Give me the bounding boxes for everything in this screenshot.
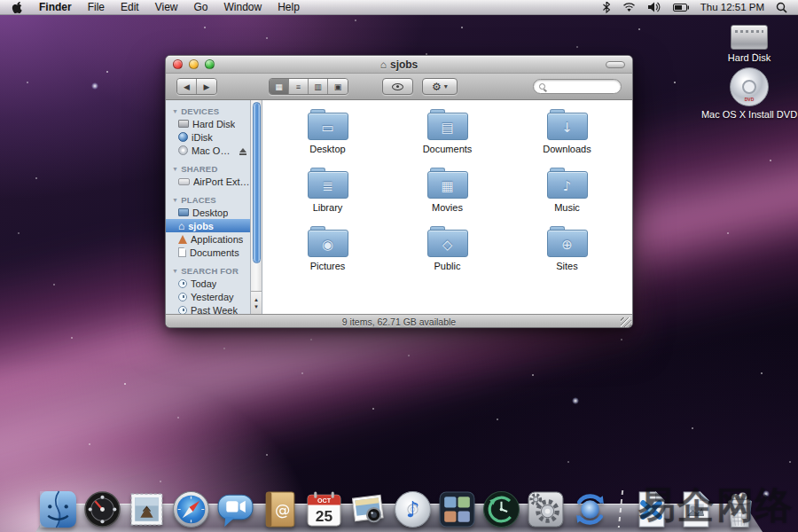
folder-sites[interactable]: ⊕ Sites: [507, 226, 627, 285]
coverflow-view-button[interactable]: ▣: [328, 79, 348, 94]
menu-item-window[interactable]: Window: [216, 0, 270, 14]
sidebar-item-today[interactable]: Today: [166, 277, 250, 290]
zoom-button[interactable]: [205, 59, 215, 69]
folder-music[interactable]: ♪ Music: [507, 168, 627, 226]
desktop-icon-install-dvd[interactable]: DVD Mac OS X Install DVD: [700, 67, 798, 120]
desktop-emblem-icon: ▭: [308, 115, 348, 140]
dock-dashboard[interactable]: [82, 489, 122, 529]
forward-button[interactable]: ▶: [197, 79, 216, 94]
documents-emblem-icon: ▤: [427, 115, 468, 140]
dashboard-icon: [82, 489, 122, 529]
folder-icon: ↓: [547, 109, 588, 140]
toolbar-toggle-button[interactable]: [606, 61, 625, 68]
menu-clock[interactable]: Thu 12:51 PM: [700, 2, 764, 12]
trash-full-icon: [720, 489, 760, 529]
action-menu-button[interactable]: ⚙ ▾: [422, 78, 458, 95]
document-icon: [178, 247, 186, 257]
folder-pictures[interactable]: ◉ Pictures: [268, 226, 387, 285]
list-view-button[interactable]: ≡: [289, 79, 309, 94]
resize-grip[interactable]: [621, 317, 631, 328]
dock-ichat[interactable]: [215, 489, 255, 529]
sidebar-item-airport-extreme[interactable]: AirPort Extreme: [166, 175, 250, 188]
sidebar-item-yesterday[interactable]: Yesterday: [166, 290, 250, 303]
dock-time-machine[interactable]: [481, 489, 521, 529]
dock-ical[interactable]: OCT 25: [304, 489, 344, 529]
folder-library[interactable]: ≣ Library: [268, 168, 387, 226]
battery-icon[interactable]: [673, 4, 689, 12]
apple-menu[interactable]: [11, 1, 22, 14]
wifi-icon[interactable]: [622, 3, 636, 12]
nav-buttons: ◀ ▶: [176, 78, 217, 95]
disclosure-triangle-icon[interactable]: ▼: [172, 108, 178, 114]
folder-downloads[interactable]: ↓ Downloads: [507, 109, 627, 168]
disclosure-triangle-icon[interactable]: ▼: [172, 197, 178, 203]
minimize-button[interactable]: [189, 59, 199, 69]
sidebar-section-places[interactable]: ▼ PLACES: [166, 194, 250, 206]
window-titlebar[interactable]: ⌂sjobs: [166, 56, 632, 74]
disclosure-triangle-icon[interactable]: ▼: [172, 268, 178, 274]
dock-mail[interactable]: [127, 489, 167, 529]
dock-stack-documents[interactable]: [631, 489, 671, 529]
desktop-icon-label: Hard Disk: [700, 52, 798, 63]
dock-itunes[interactable]: ♪: [393, 489, 433, 529]
scroll-up-arrow[interactable]: ▲: [254, 297, 259, 302]
folder-icon: ◉: [308, 226, 348, 257]
dock-finder[interactable]: [38, 489, 78, 529]
sidebar-item-applications[interactable]: Applications: [166, 232, 250, 246]
sidebar-item-documents[interactable]: Documents: [166, 246, 250, 259]
menu-item-help[interactable]: Help: [270, 0, 308, 14]
eject-icon[interactable]: [239, 148, 246, 153]
quick-look-button[interactable]: [382, 78, 413, 95]
sidebar-scrollbar[interactable]: ▲ ▼: [251, 100, 262, 314]
spaces-icon: [437, 489, 477, 529]
icon-view-button[interactable]: ▦: [270, 79, 289, 94]
sidebar-item-desktop[interactable]: Desktop: [166, 206, 250, 219]
dock-system-preferences[interactable]: [526, 489, 566, 529]
scroll-down-arrow[interactable]: ▼: [254, 304, 259, 309]
disclosure-triangle-icon[interactable]: ▼: [172, 166, 178, 172]
desktop-icon-hard-disk[interactable]: Hard Disk: [700, 25, 798, 63]
dock-address-book[interactable]: @: [260, 489, 300, 529]
menu-item-finder[interactable]: Finder: [31, 0, 80, 14]
dock-iphoto[interactable]: [348, 489, 388, 529]
close-button[interactable]: [173, 59, 183, 69]
bluetooth-icon[interactable]: [603, 2, 610, 13]
menu-item-view[interactable]: View: [147, 0, 186, 14]
folder-public[interactable]: ◇ Public: [387, 226, 507, 285]
column-view-button[interactable]: ▥: [309, 79, 328, 94]
desktop-icon: [178, 208, 189, 216]
gear-icon: ⚙: [432, 82, 442, 92]
dock-trash[interactable]: [720, 489, 760, 529]
time-machine-icon: [481, 489, 521, 529]
spotlight-icon[interactable]: [776, 2, 787, 13]
folder-movies[interactable]: ▦ Movies: [387, 168, 507, 226]
desktop-icon-label: Mac OS X Install DVD: [700, 109, 798, 120]
scrollbar-arrows[interactable]: ▲ ▼: [251, 291, 262, 314]
folder-documents[interactable]: ▤ Documents: [387, 109, 507, 168]
sidebar-item-hard-disk[interactable]: Hard Disk: [166, 117, 250, 130]
sidebar-item-idisk[interactable]: iDisk: [166, 130, 250, 144]
sidebar-item-macosx-install[interactable]: Mac OS X I...: [166, 144, 250, 157]
dock-spaces[interactable]: [437, 489, 477, 529]
scrollbar-thumb[interactable]: [253, 102, 261, 263]
sidebar-section-shared[interactable]: ▼ SHARED: [166, 163, 250, 175]
menu-item-edit[interactable]: Edit: [113, 0, 147, 14]
sidebar-section-devices[interactable]: ▼ DEVICES: [166, 106, 250, 117]
dock-stack-downloads[interactable]: [676, 489, 716, 529]
search-field[interactable]: [533, 79, 622, 94]
dock-sync[interactable]: [570, 489, 610, 529]
menu-item-go[interactable]: Go: [186, 0, 216, 14]
dock-safari[interactable]: [171, 489, 211, 529]
hard-disk-icon: [731, 25, 768, 50]
sidebar-item-past-week[interactable]: Past Week: [166, 303, 250, 314]
sidebar-section-search-for[interactable]: ▼ SEARCH FOR: [166, 265, 250, 277]
back-button[interactable]: ◀: [177, 79, 197, 94]
folder-icon: ◇: [427, 226, 468, 257]
sidebar-item-sjobs[interactable]: ⌂ sjobs: [166, 219, 250, 232]
folder-desktop[interactable]: ▭ Desktop: [268, 109, 387, 168]
volume-icon[interactable]: [648, 2, 661, 12]
svg-text:OCT: OCT: [317, 497, 332, 505]
search-input[interactable]: [549, 82, 611, 91]
home-icon: ⌂: [380, 59, 387, 71]
menu-item-file[interactable]: File: [80, 0, 113, 14]
